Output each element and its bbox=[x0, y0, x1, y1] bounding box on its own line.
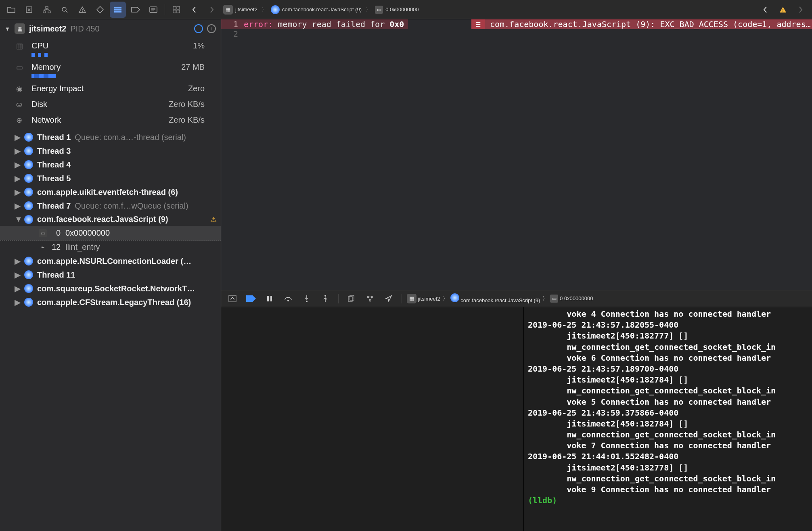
thread-name: Thread 1 bbox=[37, 133, 71, 142]
thread-queue: Queue: com.f…wQueue (serial) bbox=[75, 201, 188, 211]
nav-tests-icon[interactable] bbox=[92, 2, 108, 18]
thread-name: Thread 3 bbox=[37, 146, 71, 156]
metric-disk[interactable]: ⛀ Disk Zero KB/s bbox=[0, 96, 221, 112]
disclosure-triangle-icon[interactable]: ▶ bbox=[15, 160, 20, 169]
disclosure-triangle-icon[interactable]: ▶ bbox=[15, 132, 20, 142]
error-marker-icon[interactable]: ≡ bbox=[471, 19, 485, 29]
step-out-icon[interactable] bbox=[317, 292, 333, 305]
disclosure-triangle-icon[interactable]: ▶ bbox=[15, 284, 20, 293]
metric-energy[interactable]: ◉ Energy Impact Zero bbox=[0, 81, 221, 96]
metric-memory[interactable]: ▭ Memory 27 MB bbox=[0, 59, 221, 75]
toggle-console-icon[interactable] bbox=[224, 292, 241, 305]
back-icon[interactable] bbox=[186, 2, 202, 18]
toolbar-separator bbox=[165, 4, 165, 15]
nav-folder-icon[interactable] bbox=[3, 2, 19, 18]
debug-navigator: ▼ ▦ jitsimeet2 PID 450 ⦀ ▥ CPU 1% ▭ Memo… bbox=[0, 19, 221, 531]
thread-item[interactable]: ▼com.facebook.react.JavaScript (9)⚠ bbox=[0, 213, 221, 226]
pause-icon[interactable] bbox=[262, 292, 278, 305]
cpu-sparkline bbox=[31, 53, 48, 57]
error-line: 1 error: memory read failed for 0x0 ≡ co… bbox=[221, 19, 812, 29]
console-breadcrumb-thread[interactable]: com.facebook.react.JavaScript (9) bbox=[450, 293, 540, 303]
error-annotation[interactable]: com.facebook.react.JavaScript (9): EXC_B… bbox=[485, 19, 812, 29]
thread-icon bbox=[24, 257, 33, 266]
disclosure-triangle-icon[interactable]: ▶ bbox=[15, 256, 20, 266]
thread-name: Thread 7 bbox=[37, 201, 71, 211]
svg-rect-2 bbox=[43, 11, 46, 13]
svg-point-4 bbox=[62, 7, 66, 11]
continue-icon[interactable] bbox=[243, 292, 259, 305]
thread-item[interactable]: ▶Thread 11 bbox=[0, 268, 221, 282]
thread-list: ▶Thread 1 Queue: com.a…-thread (serial)▶… bbox=[0, 128, 221, 531]
svg-point-17 bbox=[306, 301, 308, 302]
separator bbox=[402, 294, 402, 303]
svg-point-16 bbox=[287, 300, 289, 301]
disclosure-triangle-icon[interactable]: ▶ bbox=[15, 174, 20, 183]
thread-name: com.apple.CFStream.LegacyThread (16) bbox=[37, 298, 191, 307]
disclosure-triangle-icon[interactable]: ▼ bbox=[15, 215, 20, 224]
metric-network[interactable]: ⊕ Network Zero KB/s bbox=[0, 112, 221, 128]
thread-item[interactable]: ▶Thread 7 Queue: com.f…wQueue (serial) bbox=[0, 199, 221, 213]
nav-issues-icon[interactable] bbox=[74, 2, 90, 18]
breadcrumb-frame[interactable]: ▭ 0 0x00000000 bbox=[373, 6, 420, 14]
disclosure-triangle-icon[interactable]: ▶ bbox=[15, 297, 20, 307]
thread-icon bbox=[24, 284, 33, 293]
svg-rect-20 bbox=[350, 295, 354, 300]
breadcrumb-thread[interactable]: com.facebook.react.JavaScript (9) bbox=[269, 5, 363, 14]
disclosure-triangle-icon[interactable]: ▶ bbox=[15, 146, 20, 156]
console-breadcrumb-frame[interactable]: ▭ 0 0x00000000 bbox=[550, 295, 593, 303]
disclosure-triangle-icon[interactable]: ▼ bbox=[5, 26, 10, 32]
source-editor: 1 error: memory read failed for 0x0 ≡ co… bbox=[221, 19, 812, 290]
prev-issue-icon[interactable] bbox=[757, 2, 773, 18]
lldb-prompt: (lldb) bbox=[528, 495, 562, 505]
disclosure-triangle-icon[interactable]: ▶ bbox=[15, 270, 20, 280]
console-breadcrumb-app[interactable]: ▦ jitsimeet2 bbox=[407, 294, 440, 303]
frame-index: 12 bbox=[52, 243, 61, 252]
process-header[interactable]: ▼ ▦ jitsimeet2 PID 450 ⦀ bbox=[0, 19, 221, 38]
next-issue-icon[interactable] bbox=[793, 2, 809, 18]
thread-item[interactable]: ▶com.squareup.SocketRocket.NetworkT… bbox=[0, 282, 221, 295]
thread-item[interactable]: ▶com.apple.uikit.eventfetch-thread (6) bbox=[0, 185, 221, 199]
thread-name: com.apple.NSURLConnectionLoader (… bbox=[37, 257, 191, 266]
thread-name: Thread 11 bbox=[37, 270, 75, 280]
nav-reports-icon[interactable] bbox=[145, 2, 161, 18]
stack-frame[interactable]: ▭00x00000000 bbox=[0, 226, 221, 240]
svg-rect-12 bbox=[177, 10, 180, 13]
related-items-icon[interactable] bbox=[168, 2, 184, 18]
thread-item[interactable]: ▶com.apple.NSURLConnectionLoader (… bbox=[0, 254, 221, 268]
nav-hierarchy-icon[interactable] bbox=[39, 2, 55, 18]
chevron-right-icon: 〉 bbox=[366, 6, 371, 13]
stack-frame[interactable]: ⌁12llint_entry bbox=[0, 240, 221, 254]
memory-graph-icon[interactable] bbox=[362, 292, 378, 305]
refresh-icon[interactable] bbox=[194, 24, 203, 33]
memory-sparkline bbox=[31, 74, 56, 78]
nav-symbol-icon[interactable] bbox=[21, 2, 37, 18]
nav-search-icon[interactable] bbox=[57, 2, 73, 18]
options-icon[interactable]: ⦀ bbox=[207, 24, 216, 33]
thread-icon bbox=[271, 5, 280, 14]
thread-name: Thread 4 bbox=[37, 160, 71, 169]
step-into-icon[interactable] bbox=[299, 292, 315, 305]
console-output[interactable]: voke 4 Connection has no connected handl… bbox=[524, 307, 812, 531]
step-over-icon[interactable] bbox=[280, 292, 296, 305]
forward-icon[interactable] bbox=[204, 2, 220, 18]
thread-item[interactable]: ▶com.apple.CFStream.LegacyThread (16) bbox=[0, 295, 221, 309]
breadcrumb-frame-label: 0 0x00000000 bbox=[385, 6, 419, 13]
thread-name: Thread 5 bbox=[37, 174, 71, 183]
metric-cpu[interactable]: ▥ CPU 1% bbox=[0, 38, 221, 54]
disclosure-triangle-icon[interactable]: ▶ bbox=[15, 201, 20, 211]
nav-breakpoints-icon[interactable] bbox=[128, 2, 144, 18]
svg-rect-6 bbox=[114, 9, 121, 10]
location-icon[interactable] bbox=[381, 292, 397, 305]
issue-warning-icon[interactable] bbox=[775, 2, 791, 18]
thread-item[interactable]: ▶Thread 3 bbox=[0, 144, 221, 158]
thread-item[interactable]: ▶Thread 4 bbox=[0, 158, 221, 171]
nav-debug-icon[interactable] bbox=[110, 2, 126, 18]
thread-icon bbox=[24, 298, 33, 307]
breadcrumb-app[interactable]: ▦ jitsimeet2 bbox=[222, 5, 259, 15]
svg-rect-9 bbox=[173, 6, 176, 9]
thread-item[interactable]: ▶Thread 5 bbox=[0, 171, 221, 185]
view-hierarchy-icon[interactable] bbox=[343, 292, 360, 305]
thread-item[interactable]: ▶Thread 1 Queue: com.a…-thread (serial) bbox=[0, 130, 221, 144]
variables-view[interactable] bbox=[221, 307, 524, 531]
disclosure-triangle-icon[interactable]: ▶ bbox=[15, 187, 20, 197]
